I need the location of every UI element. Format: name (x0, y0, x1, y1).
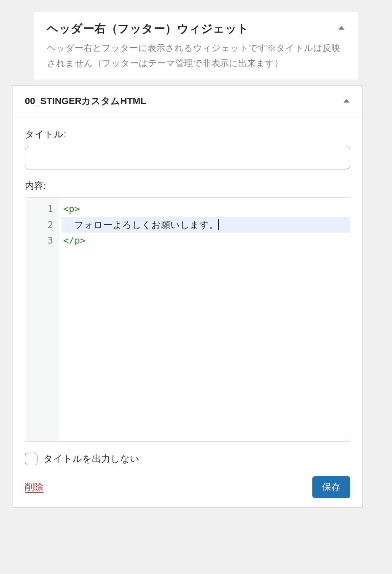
title-field-row: タイトル: (25, 128, 350, 169)
widget-item-body: タイトル: 内容: 1 2 3 <p> フォローよろしくお願いします。 </p> (13, 117, 362, 507)
code-editor[interactable]: 1 2 3 <p> フォローよろしくお願いします。 </p> (25, 197, 350, 442)
line-number: 1 (30, 201, 55, 217)
text-cursor-icon (218, 219, 219, 230)
code-line: </p> (62, 233, 350, 248)
widget-item-title: 00_STINGERカスタムHTML (25, 95, 146, 107)
widget-area-panel: ヘッダー右（フッター）ウィジェット ヘッダー右とフッターに表示されるウィジェット… (34, 12, 358, 80)
widget-area-header[interactable]: ヘッダー右（フッター）ウィジェット ヘッダー右とフッターに表示されるウィジェット… (34, 12, 358, 76)
widget-actions: 削除 保存 (25, 476, 350, 498)
code-line: <p> (62, 201, 350, 217)
triangle-up-icon[interactable] (338, 24, 345, 32)
hide-title-checkbox[interactable] (25, 453, 38, 465)
code-content[interactable]: <p> フォローよろしくお願いします。 </p> (59, 198, 350, 441)
widget-item-panel: 00_STINGERカスタムHTML タイトル: 内容: 1 2 3 (13, 85, 362, 508)
content-field-row: 内容: 1 2 3 <p> フォローよろしくお願いします。 </p> (25, 180, 350, 442)
code-gutter: 1 2 3 (25, 198, 59, 441)
triangle-up-icon[interactable] (343, 97, 350, 105)
widget-item-header[interactable]: 00_STINGERカスタムHTML (13, 86, 362, 117)
widget-area-title: ヘッダー右（フッター）ウィジェット (47, 21, 345, 36)
hide-title-label: タイトルを出力しない (43, 453, 140, 465)
delete-link[interactable]: 削除 (25, 481, 43, 494)
line-number: 2 (30, 217, 55, 233)
hide-title-row: タイトルを出力しない (25, 453, 350, 465)
title-field-label: タイトル: (25, 128, 350, 141)
content-field-label: 内容: (25, 180, 350, 192)
code-line-active: フォローよろしくお願いします。 (62, 217, 350, 233)
widget-area-description: ヘッダー右とフッターに表示されるウィジェットです※タイトルは反映されません（フッ… (47, 40, 345, 70)
line-number: 3 (30, 233, 55, 248)
title-input[interactable] (25, 146, 350, 169)
save-button[interactable]: 保存 (312, 476, 350, 498)
